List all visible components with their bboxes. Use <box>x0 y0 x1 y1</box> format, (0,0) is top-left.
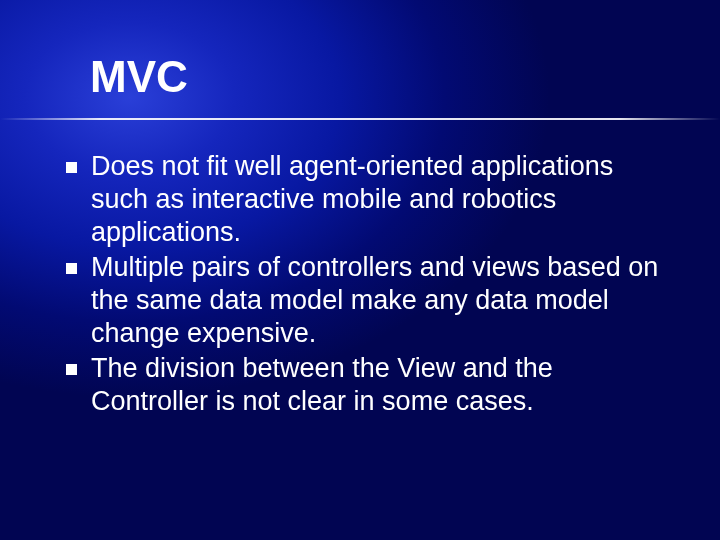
square-bullet-icon <box>66 364 77 375</box>
bullet-text: The division between the View and the Co… <box>91 352 662 418</box>
list-item: The division between the View and the Co… <box>66 352 662 418</box>
title-underline <box>0 118 720 120</box>
bullet-text: Multiple pairs of controllers and views … <box>91 251 662 350</box>
square-bullet-icon <box>66 162 77 173</box>
list-item: Does not fit well agent-oriented applica… <box>66 150 662 249</box>
bullet-text: Does not fit well agent-oriented applica… <box>91 150 662 249</box>
square-bullet-icon <box>66 263 77 274</box>
slide-container: MVC Does not fit well agent-oriented app… <box>0 0 720 540</box>
bullet-list: Does not fit well agent-oriented applica… <box>66 150 662 418</box>
slide-title: MVC <box>90 52 672 102</box>
list-item: Multiple pairs of controllers and views … <box>66 251 662 350</box>
